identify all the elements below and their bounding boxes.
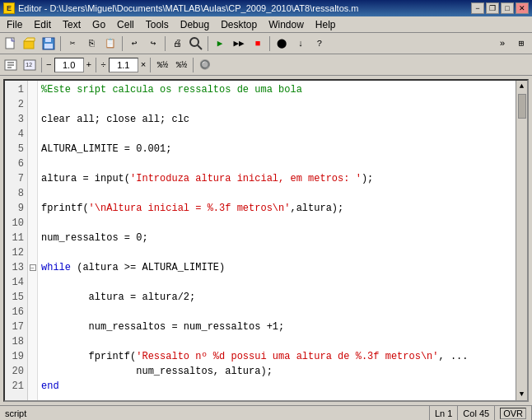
menu-debug[interactable]: Debug: [175, 18, 214, 31]
svg-line-7: [198, 45, 202, 49]
menu-window[interactable]: Window: [264, 18, 309, 31]
window-title: Editor - D:\Users\Miguel\Documents\MATLA…: [18, 3, 358, 13]
sep2: [122, 36, 123, 51]
title-bar-left: E Editor - D:\Users\Miguel\Documents\MAT…: [3, 2, 358, 14]
code-line-17[interactable]: num_ressaltos = num_ressaltos +1;: [41, 320, 512, 334]
menu-help[interactable]: Help: [310, 18, 341, 31]
code-line-2[interactable]: [41, 97, 512, 112]
code-line-6[interactable]: [41, 156, 512, 171]
fold-marker-4: [28, 127, 37, 142]
scroll-up-button[interactable]: ▲: [517, 81, 527, 92]
code-line-15[interactable]: altura = altura/2;: [41, 290, 512, 305]
zoom-input[interactable]: [54, 58, 84, 72]
zoom2-input[interactable]: [109, 58, 138, 72]
breakpoint-button[interactable]: ⬤: [273, 35, 291, 53]
minimize-button[interactable]: −: [471, 2, 484, 14]
fold-marker-13[interactable]: −: [28, 260, 37, 275]
percent-button[interactable]: %½: [153, 56, 171, 74]
plus-label: +: [85, 60, 94, 70]
paste-button[interactable]: 📋: [101, 35, 119, 53]
undo-button[interactable]: ↩: [125, 35, 143, 53]
fold-marker-15: [28, 290, 37, 305]
menu-text[interactable]: Text: [58, 18, 86, 31]
print-button[interactable]: 🖨: [168, 35, 186, 53]
fold-marker-12: [28, 245, 37, 260]
code-line-13[interactable]: while (altura >= ALTURA_LIMITE): [41, 260, 512, 275]
line-number-11: 11: [5, 231, 27, 245]
open-file-button[interactable]: [21, 35, 39, 53]
code-line-12[interactable]: [41, 245, 512, 260]
menu-go[interactable]: Go: [87, 18, 110, 31]
code-line-19[interactable]: fprintf('Ressalto nº %d possui uma altur…: [41, 349, 512, 364]
run-button[interactable]: ▶: [211, 35, 229, 53]
code-line-1[interactable]: %Este sript calcula os ressaltos de uma …: [41, 82, 512, 97]
code-line-14[interactable]: [41, 275, 512, 290]
line-number-7: 7: [5, 171, 27, 186]
fold-marker-10: [28, 216, 37, 231]
menu-bar: File Edit Text Go Cell Tools Debug Deskt…: [0, 16, 532, 33]
save-button[interactable]: [40, 35, 58, 53]
find-button[interactable]: [187, 35, 205, 53]
toggle-breakpoint-button[interactable]: [2, 56, 20, 74]
status-ovr: OVR: [495, 406, 532, 420]
copy-button[interactable]: ⎘: [82, 35, 100, 53]
fold-gutter: −: [28, 81, 38, 400]
code-line-20[interactable]: num_ressaltos, altura);: [41, 364, 512, 379]
code-line-4[interactable]: [41, 127, 512, 142]
stop-button[interactable]: ■: [249, 35, 267, 53]
code-line-5[interactable]: ALTURA_LIMITE = 0.001;: [41, 142, 512, 156]
line-numbers: 123456789101112131415161718192021: [5, 81, 28, 400]
menu-tools[interactable]: Tools: [141, 18, 174, 31]
step-button[interactable]: ↓: [292, 35, 310, 53]
new-file-button[interactable]: [2, 35, 20, 53]
sep4: [208, 36, 208, 51]
help2-button[interactable]: ?: [310, 35, 329, 53]
code-line-16[interactable]: [41, 305, 512, 320]
redo-button[interactable]: ↪: [144, 35, 162, 53]
cut-button[interactable]: ✂: [63, 35, 82, 53]
toolbar-options[interactable]: »: [493, 35, 511, 53]
line-number-21: 21: [5, 379, 27, 394]
status-type: script: [0, 406, 430, 420]
scroll-track[interactable]: [517, 92, 527, 389]
calc-button[interactable]: 🔘: [196, 56, 214, 74]
code-line-21[interactable]: end: [41, 379, 512, 394]
menu-cell[interactable]: Cell: [112, 18, 139, 31]
editor-body: 123456789101112131415161718192021 − %Est…: [5, 81, 527, 400]
fold-marker-20: [28, 364, 37, 379]
vertical-scrollbar[interactable]: ▲ ▼: [516, 81, 527, 400]
code-line-9[interactable]: fprintf('\nAltura inicial = %.3f metros\…: [41, 201, 512, 216]
line-number-13: 13: [5, 260, 27, 275]
close-button[interactable]: ✕: [516, 2, 529, 14]
code-line-3[interactable]: clear all; close all; clc: [41, 112, 512, 127]
line-number-19: 19: [5, 349, 27, 364]
line-number-5: 5: [5, 142, 27, 156]
float-button[interactable]: ⊞: [512, 35, 530, 53]
menu-file[interactable]: File: [2, 18, 27, 31]
run-section-button[interactable]: ▶▶: [230, 35, 248, 53]
code-editor[interactable]: %Este sript calcula os ressaltos de uma …: [38, 81, 516, 400]
percent2-button[interactable]: %½: [172, 56, 190, 74]
show-lines-button[interactable]: 1 2: [21, 56, 39, 74]
code-line-8[interactable]: [41, 186, 512, 201]
code-line-11[interactable]: num_ressaltos = 0;: [41, 231, 512, 245]
restore-button[interactable]: ❐: [486, 2, 499, 14]
code-line-7[interactable]: altura = input('Introduza altura inicial…: [41, 171, 512, 186]
status-ln: Ln 1: [430, 406, 458, 420]
scroll-down-button[interactable]: ▼: [517, 389, 527, 400]
scroll-thumb[interactable]: [518, 94, 526, 119]
code-line-18[interactable]: [41, 334, 512, 349]
menu-edit[interactable]: Edit: [29, 18, 56, 31]
sep-zoom2: [96, 58, 96, 72]
line-number-14: 14: [5, 275, 27, 290]
maximize-button[interactable]: □: [501, 2, 514, 14]
svg-rect-1: [24, 41, 34, 49]
code-line-10[interactable]: [41, 216, 512, 231]
line-number-2: 2: [5, 97, 27, 112]
menu-desktop[interactable]: Desktop: [216, 18, 262, 31]
svg-rect-4: [45, 38, 51, 42]
line-number-3: 3: [5, 112, 27, 127]
app-icon: E: [3, 2, 15, 14]
svg-point-6: [190, 38, 198, 46]
line-number-16: 16: [5, 305, 27, 320]
